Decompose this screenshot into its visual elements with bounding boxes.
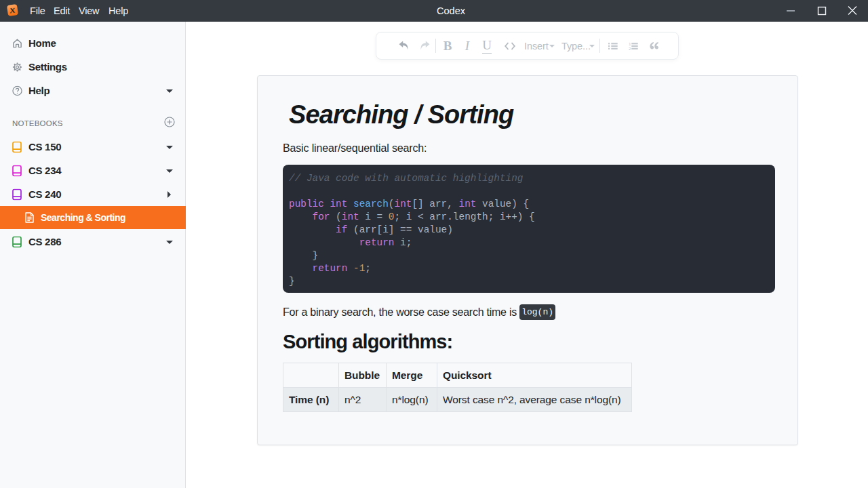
svg-text:2: 2 xyxy=(629,45,631,50)
svg-text:1: 1 xyxy=(629,41,631,46)
